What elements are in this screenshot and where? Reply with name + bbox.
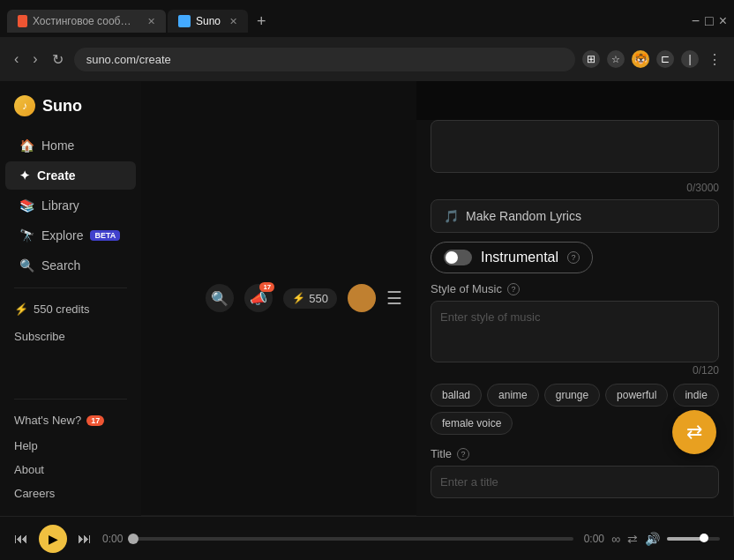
app-header: 🔍 📣 17 ⚡ 550 ☰ [141, 81, 416, 516]
search-button[interactable]: 🔍 [206, 284, 234, 312]
style-tag-powerful[interactable]: powerful [605, 384, 668, 407]
style-tag-indie[interactable]: indie [673, 384, 718, 407]
sidebar-item-search[interactable]: 🔍 Search [5, 251, 136, 280]
new-tab-button[interactable]: + [250, 9, 273, 34]
sidebar-item-about[interactable]: About [0, 458, 141, 482]
explore-icon: 🔭 [19, 228, 34, 243]
close-button[interactable]: × [719, 13, 727, 29]
sidebar-divider-2 [14, 399, 127, 399]
bookmark-icon[interactable]: ☆ [607, 50, 625, 68]
sidebar-label-explore: Explore [41, 228, 83, 243]
library-icon: 📚 [19, 198, 34, 213]
sidebar-item-careers[interactable]: Careers [0, 482, 141, 505]
sidebar-whats-new[interactable]: What's New? 17 [0, 407, 141, 434]
progress-bar[interactable] [133, 537, 573, 541]
tab-close-hosting[interactable]: ✕ [147, 16, 155, 27]
whats-new-badge: 17 [86, 415, 104, 426]
lock-icon[interactable]: | [681, 50, 699, 68]
forward-button[interactable]: › [29, 48, 41, 71]
style-tag-female-voice[interactable]: female voice [431, 412, 513, 435]
nav-bar: ‹ › ↻ ⊞ ☆ 🐯 ⊏ | ⋮ [0, 37, 734, 81]
whats-new-label: What's New? [14, 414, 81, 427]
create-scroll-area[interactable]: 0/3000 🎵 Make Random Lyrics Instrumental… [416, 120, 733, 516]
credit-icon: ⚡ [292, 292, 305, 304]
search-icon: 🔍 [19, 258, 34, 273]
music-note-icon: 🎵 [444, 209, 459, 223]
refresh-button[interactable]: ↻ [49, 48, 67, 71]
loop-button[interactable]: ∞ [611, 532, 620, 546]
extension-icon[interactable]: 🐯 [632, 50, 649, 68]
logo-icon: ♪ [14, 95, 35, 116]
tab-close-suno[interactable]: ✕ [229, 16, 237, 27]
instrumental-toggle-row[interactable]: Instrumental ? [431, 242, 593, 273]
sidebar-divider [14, 287, 127, 288]
sidebar-item-explore[interactable]: 🔭 Explore BETA [5, 221, 136, 250]
instrumental-toggle[interactable] [444, 250, 472, 265]
sidebar-credits: ⚡ 550 credits [0, 295, 141, 323]
title-info-icon[interactable]: ? [457, 448, 469, 460]
credits-text: 550 credits [34, 302, 90, 316]
toggle-knob [446, 251, 458, 264]
tab-suno[interactable]: Suno ✕ [168, 10, 248, 33]
instrumental-label: Instrumental [481, 250, 558, 265]
make-random-lyrics-button[interactable]: 🎵 Make Random Lyrics [431, 199, 719, 233]
maximize-button[interactable]: □ [705, 13, 714, 29]
app-menu-button[interactable]: ☰ [386, 287, 402, 309]
style-info-icon[interactable]: ? [507, 283, 520, 295]
nav-icons: ⊞ ☆ 🐯 ⊏ | ⋮ [582, 50, 723, 68]
user-avatar[interactable] [348, 284, 376, 312]
tab-icon-hosting [18, 15, 27, 27]
style-tag-anime[interactable]: anime [487, 384, 539, 407]
lyrics-textarea[interactable] [431, 120, 719, 173]
notifications-button[interactable]: 📣 17 [244, 284, 273, 312]
sidebar-subscribe[interactable]: Subscribe [0, 323, 141, 350]
lyrics-char-count: 0/3000 [431, 182, 719, 194]
home-icon: 🏠 [19, 138, 34, 153]
style-label-text: Style of Music [431, 282, 502, 295]
sidebar-item-home[interactable]: 🏠 Home [5, 131, 136, 160]
title-label-text: Title [431, 447, 452, 460]
credits-display[interactable]: ⚡ 550 [283, 288, 337, 309]
fab-button[interactable]: ⇄ [672, 410, 716, 454]
volume-dot [700, 534, 708, 542]
player-time-left: 0:00 [102, 533, 123, 545]
back-button[interactable]: ‹ [11, 48, 22, 71]
credits-icon: ⚡ [14, 302, 28, 316]
tab-icon-suno [178, 15, 191, 27]
url-bar[interactable] [74, 48, 575, 71]
sidebar: ♪ Suno 🏠 Home ✦ Create 📚 Library 🔭 Explo… [0, 81, 141, 516]
volume-button[interactable]: 🔊 [645, 532, 660, 546]
beta-badge: BETA [90, 230, 120, 241]
sidebar-item-library[interactable]: 📚 Library [5, 191, 136, 220]
style-textarea[interactable] [431, 301, 719, 362]
profile-icon[interactable]: ⊏ [656, 50, 674, 68]
player-bar: ⏮ ▶ ⏭ 0:00 0:00 ∞ ⇄ 🔊 [0, 516, 734, 560]
sidebar-label-library: Library [41, 198, 79, 213]
sidebar-item-create[interactable]: ✦ Create [5, 161, 136, 190]
next-button[interactable]: ⏭ [78, 531, 92, 547]
volume-bar[interactable] [667, 537, 720, 541]
minimize-button[interactable]: − [692, 13, 700, 29]
tab-label-suno: Suno [196, 15, 221, 27]
instrumental-info-icon[interactable]: ? [567, 251, 580, 264]
credits-amount: 550 [309, 292, 328, 305]
sidebar-label-search: Search [41, 258, 80, 273]
translate-icon[interactable]: ⊞ [582, 50, 600, 68]
browser-menu-icon[interactable]: ⋮ [706, 50, 723, 68]
tab-hosting[interactable]: Хостинговое сообщество «Tim... ✕ [7, 10, 166, 33]
sidebar-label-home: Home [41, 138, 74, 153]
create-panel: 0/3000 🎵 Make Random Lyrics Instrumental… [416, 120, 734, 516]
style-tag-ballad[interactable]: ballad [431, 384, 482, 407]
player-right-controls: 0:00 ∞ ⇄ 🔊 [584, 532, 720, 546]
style-row [431, 301, 719, 362]
shuffle-button[interactable]: ⇄ [627, 532, 638, 546]
make-random-lyrics-label: Make Random Lyrics [466, 209, 581, 223]
title-input[interactable] [431, 466, 719, 498]
sidebar-label-create: Create [37, 168, 76, 183]
logo-text: Suno [42, 97, 82, 116]
prev-button[interactable]: ⏮ [14, 531, 28, 547]
style-tag-grunge[interactable]: grunge [544, 384, 600, 407]
sidebar-item-help[interactable]: Help [0, 434, 141, 458]
style-of-music-label: Style of Music ? [431, 282, 719, 295]
play-button[interactable]: ▶ [39, 525, 67, 553]
